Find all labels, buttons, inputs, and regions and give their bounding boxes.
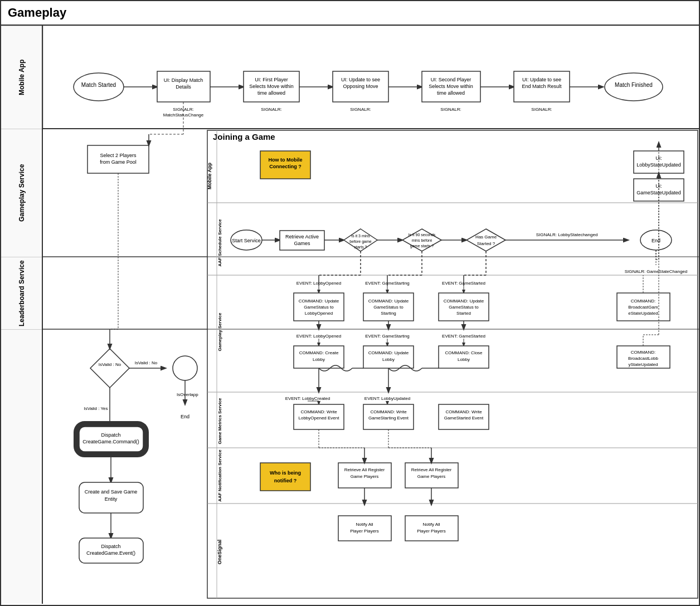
- svg-text:Starting: Starting: [381, 311, 396, 316]
- svg-text:Start Service: Start Service: [232, 238, 261, 243]
- svg-text:Lobby: Lobby: [458, 357, 470, 362]
- svg-text:notified ?: notified ?: [274, 478, 297, 483]
- svg-text:from Game Pool: from Game Pool: [100, 159, 137, 165]
- svg-text:Opposing Move: Opposing Move: [343, 84, 378, 89]
- svg-text:EVENT: LobbyCreated: EVENT: LobbyCreated: [285, 396, 330, 401]
- svg-text:COMMAND: Close: COMMAND: Close: [445, 350, 483, 355]
- svg-text:GameStatus to: GameStatus to: [373, 305, 404, 310]
- page-title: Gameplay: [1, 1, 699, 26]
- svg-text:COMMAND: Write: COMMAND: Write: [300, 409, 337, 414]
- svg-text:Has Game: Has Game: [475, 234, 497, 240]
- svg-text:Selects Move within: Selects Move within: [429, 84, 473, 89]
- svg-text:IsValid : No: IsValid : No: [99, 362, 121, 367]
- svg-text:OneSignal: OneSignal: [217, 540, 222, 565]
- svg-text:LobbyOpened: LobbyOpened: [305, 311, 333, 316]
- svg-text:IsValid : No: IsValid : No: [135, 360, 158, 365]
- svg-text:Match Started: Match Started: [81, 82, 116, 88]
- svg-text:eStateUpdated: eStateUpdated: [628, 311, 658, 316]
- swimlane-gameplay-service: Gameplay Service: [1, 129, 42, 257]
- svg-text:CreateGame.Command(): CreateGame.Command(): [82, 439, 139, 444]
- svg-text:BroadcastGam: BroadcastGam: [628, 305, 658, 310]
- svg-text:LobbyOpened Event: LobbyOpened Event: [299, 416, 340, 421]
- svg-text:Player Players: Player Players: [350, 529, 379, 534]
- swimlane-labels: Mobile App Gameplay Service Leaderboard …: [1, 26, 43, 604]
- svg-text:Retrieve Active: Retrieve Active: [285, 234, 319, 240]
- svg-marker-85: [466, 229, 505, 251]
- svg-text:Match Finished: Match Finished: [615, 82, 653, 88]
- svg-text:before game: before game: [349, 240, 371, 244]
- svg-text:UI: Update to see: UI: Update to see: [341, 77, 380, 82]
- svg-text:SIGNALR: GameStateChanged: SIGNALR: GameStateChanged: [625, 269, 688, 274]
- svg-text:Create and Save Game: Create and Save Game: [85, 489, 138, 495]
- svg-text:SIGNALR:: SIGNALR:: [531, 107, 552, 112]
- svg-text:IsOverlapp: IsOverlapp: [177, 392, 198, 397]
- content-area: Mobile App Gameplay Service Leaderboard …: [1, 26, 699, 604]
- svg-text:COMMAND: Update: COMMAND: Update: [368, 350, 409, 355]
- svg-text:UI: Update to see: UI: Update to see: [522, 77, 561, 82]
- svg-text:COMMAND: Update: COMMAND: Update: [299, 299, 339, 304]
- svg-text:SIGNALR:: SIGNALR:: [350, 107, 371, 112]
- svg-text:Selects Move within: Selects Move within: [249, 84, 294, 89]
- svg-text:Games: Games: [294, 241, 310, 246]
- svg-text:time allowed: time allowed: [437, 90, 465, 96]
- svg-text:Game Players: Game Players: [351, 474, 379, 479]
- svg-text:yStateUpdated: yStateUpdated: [629, 362, 658, 367]
- svg-text:End: End: [181, 414, 189, 419]
- svg-text:EVENT: GameStarted: EVENT: GameStarted: [442, 334, 485, 339]
- svg-text:COMMAND: Write: COMMAND: Write: [370, 409, 407, 414]
- svg-text:End: End: [652, 238, 660, 243]
- svg-text:Gameplay Service: Gameplay Service: [217, 312, 222, 351]
- svg-text:GameStatus to: GameStatus to: [449, 305, 479, 310]
- svg-text:time allowed: time allowed: [257, 90, 285, 96]
- svg-text:UI: First Player: UI: First Player: [255, 77, 288, 82]
- svg-text:EVENT: LobbyOpened: EVENT: LobbyOpened: [296, 334, 342, 339]
- svg-text:IsValid : Yes: IsValid : Yes: [84, 406, 108, 411]
- svg-text:Entity: Entity: [105, 496, 118, 502]
- svg-text:Connecting ?: Connecting ?: [269, 164, 302, 169]
- svg-text:EVENT: LobbyUpdated: EVENT: LobbyUpdated: [364, 396, 410, 401]
- svg-text:SIGNALR:: SIGNALR:: [440, 107, 461, 112]
- svg-text:Mobile App: Mobile App: [207, 162, 212, 189]
- svg-text:game starts ?: game starts ?: [410, 244, 434, 248]
- svg-text:Is it 90 seconds: Is it 90 seconds: [409, 233, 436, 237]
- svg-text:Started ?: Started ?: [477, 241, 495, 246]
- svg-text:SIGNALR:: SIGNALR:: [261, 107, 281, 112]
- svg-text:COMMAND:: COMMAND:: [631, 350, 655, 355]
- svg-text:SIGNALR: LobbyStatechanged: SIGNALR: LobbyStatechanged: [536, 232, 598, 237]
- svg-text:UI: Display Match: UI: Display Match: [164, 77, 203, 83]
- svg-marker-196: [90, 349, 129, 388]
- svg-text:Dispatch: Dispatch: [101, 544, 120, 549]
- svg-text:COMMAND: Update: COMMAND: Update: [444, 299, 484, 304]
- svg-text:Details: Details: [176, 84, 191, 90]
- svg-text:Lobby: Lobby: [313, 357, 325, 362]
- main-container: Gameplay Mobile App Gameplay Service Lea…: [0, 0, 700, 606]
- svg-text:Lobby: Lobby: [382, 357, 395, 362]
- svg-text:AAF Schedule Service: AAF Schedule Service: [217, 219, 222, 266]
- svg-text:Game Players: Game Players: [417, 474, 446, 479]
- svg-text:Notify All: Notify All: [356, 522, 373, 527]
- svg-text:Started: Started: [456, 311, 471, 316]
- svg-text:UI: Second Player: UI: Second Player: [431, 77, 471, 82]
- swimlane-lower: [1, 329, 42, 604]
- svg-text:GameStatus to: GameStatus to: [304, 305, 334, 310]
- svg-text:mins before: mins before: [412, 238, 432, 242]
- svg-text:Retrieve All Register: Retrieve All Register: [411, 467, 452, 472]
- svg-text:Joining a Game: Joining a Game: [213, 132, 275, 141]
- swimlane-mobile-app: Mobile App: [1, 26, 42, 129]
- svg-text:COMMAND: Write: COMMAND: Write: [445, 409, 482, 414]
- svg-text:BroadcastLobb: BroadcastLobb: [628, 356, 658, 361]
- svg-text:Retrieve All Register: Retrieve All Register: [344, 467, 385, 472]
- svg-text:AAF Notification Service: AAF Notification Service: [217, 449, 222, 502]
- svg-text:starts ?: starts ?: [354, 245, 367, 249]
- svg-text:Dispatch: Dispatch: [101, 432, 120, 438]
- svg-text:Notify All: Notify All: [422, 522, 440, 527]
- swimlane-leaderboard-service: Leaderboard Service: [1, 257, 42, 329]
- svg-rect-165: [260, 463, 310, 491]
- svg-text:End Match Result: End Match Result: [522, 84, 562, 89]
- svg-text:Is it 3 mins: Is it 3 mins: [351, 234, 370, 238]
- svg-text:GameStarting Event: GameStarting Event: [368, 416, 409, 421]
- svg-text:Who is being: Who is being: [270, 470, 301, 476]
- svg-text:GameStarted Event: GameStarted Event: [444, 416, 484, 421]
- svg-point-200: [173, 356, 197, 380]
- diagram-area: Match Started UI: Display Match Details …: [43, 26, 699, 604]
